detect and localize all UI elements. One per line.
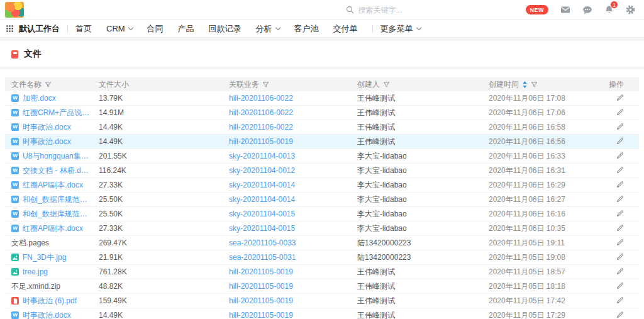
edit-icon[interactable] xyxy=(616,210,624,217)
nav-item-合同[interactable]: 合同 xyxy=(147,23,164,35)
bell-icon[interactable]: 1 xyxy=(604,5,614,14)
edit-icon[interactable] xyxy=(616,152,624,159)
image-file-icon xyxy=(11,254,19,261)
edit-icon[interactable] xyxy=(616,238,624,246)
column-header-create-time[interactable]: 创建时间 xyxy=(489,79,606,90)
edit-icon[interactable] xyxy=(616,282,624,289)
mail-icon[interactable] xyxy=(560,6,570,14)
edit-icon[interactable] xyxy=(616,253,624,260)
edit-icon[interactable] xyxy=(616,108,624,116)
workspace-title[interactable]: 默认工作台 xyxy=(19,23,60,35)
nav-item-分析[interactable]: 分析 xyxy=(256,23,280,35)
related-business-link[interactable]: sky-20201104-0015 xyxy=(229,224,357,233)
related-business-link[interactable]: hill-20201106-0022 xyxy=(229,123,357,132)
edit-icon[interactable] xyxy=(616,267,624,275)
column-label: 关联业务 xyxy=(229,79,259,90)
column-header-related-business[interactable]: 关联业务 xyxy=(229,79,357,90)
edit-icon[interactable] xyxy=(616,296,624,304)
table-row[interactable]: WU8与hongquan集成方案.docx201.55Ksky-20201104… xyxy=(5,149,639,164)
related-business-link[interactable]: hill-20201105-0019 xyxy=(229,311,357,319)
edit-icon[interactable] xyxy=(616,137,624,145)
edit-icon[interactable] xyxy=(616,181,624,188)
related-business-link[interactable]: hill-20201105-0019 xyxy=(229,137,357,146)
edit-icon[interactable] xyxy=(616,94,624,101)
table-row[interactable]: W加密.docx13.79Khill-20201106-0022王伟峰测试202… xyxy=(5,91,639,106)
related-business-link[interactable]: sky-20201104-0012 xyxy=(229,166,357,175)
creator: 王伟峰测试 xyxy=(357,296,489,306)
file-name-link[interactable]: 交接文档 - 林桥.docx xyxy=(23,165,91,176)
table-row[interactable]: W时事政治.docx14.49Khill-20201105-0019王伟峰测试2… xyxy=(5,308,639,319)
new-badge[interactable]: NEW xyxy=(526,5,549,14)
related-business-link[interactable]: sky-20201104-0014 xyxy=(229,181,357,189)
file-name-link[interactable]: 时事政治.docx xyxy=(23,122,71,133)
file-name-link[interactable]: 和创_数据库规范_20171124.doc xyxy=(23,194,91,205)
related-business-link[interactable]: hill-20201106-0022 xyxy=(229,108,357,117)
file-name-link[interactable]: U8与hongquan集成方案.docx xyxy=(23,151,91,162)
global-search[interactable] xyxy=(346,6,452,14)
nav-item-label: 首页 xyxy=(75,23,92,35)
related-business-link[interactable]: hill-20201105-0019 xyxy=(229,296,357,305)
gear-icon[interactable] xyxy=(626,5,635,14)
related-business-link[interactable]: hill-20201105-0019 xyxy=(229,267,357,276)
chat-icon[interactable] xyxy=(582,6,592,14)
related-business-link[interactable]: hill-20201106-0022 xyxy=(229,94,357,103)
filter-icon[interactable] xyxy=(531,81,538,88)
table-row[interactable]: 不足.xmind.zip48.82Khill-20201105-0019王伟峰测… xyxy=(5,279,639,294)
create-time: 2020年11月05日 17:29 xyxy=(489,310,606,319)
file-name-link[interactable]: 时事政治 (6).pdf xyxy=(23,296,77,306)
creator: 李大宝-lidabao xyxy=(357,223,489,234)
file-name-link[interactable]: tree.jpg xyxy=(23,267,48,276)
word-file-icon: W xyxy=(11,196,19,203)
edit-icon[interactable] xyxy=(616,224,624,232)
table-row[interactable]: W红圈API副本.docx27.33Ksky-20201104-0014李大宝-… xyxy=(5,178,639,193)
table-row[interactable]: W和创_数据库规范_20171124.doc25.50Ksky-20201104… xyxy=(5,207,639,221)
create-time: 2020年11月05日 19:11 xyxy=(489,238,606,249)
apps-grid-icon[interactable] xyxy=(6,25,13,32)
related-business-link[interactable]: sky-20201104-0015 xyxy=(229,210,357,218)
filter-icon[interactable] xyxy=(45,81,52,88)
page-header: 文件 xyxy=(0,41,644,67)
table-row[interactable]: W交接文档 - 林桥.docx116.24Ksky-20201104-0012李… xyxy=(5,164,639,178)
edit-icon[interactable] xyxy=(616,195,624,203)
nav-item-CRM[interactable]: CRM xyxy=(106,24,133,33)
nav-item-产品[interactable]: 产品 xyxy=(178,23,194,35)
edit-icon[interactable] xyxy=(616,123,624,130)
table-row[interactable]: W时事政治.docx14.49Khill-20201105-0019王伟峰测试2… xyxy=(5,135,639,149)
file-name-link[interactable]: 时事政治.docx xyxy=(23,310,71,319)
table-row[interactable]: tree.jpg761.28Khill-20201105-0019王伟峰测试20… xyxy=(5,265,639,279)
nav-item-回款记录[interactable]: 回款记录 xyxy=(209,23,242,35)
edit-icon[interactable] xyxy=(616,166,624,174)
sort-icon[interactable] xyxy=(522,81,528,89)
file-name-link[interactable]: 红圈API副本.docx xyxy=(23,180,83,191)
related-business-link[interactable]: sea-20201105-0033 xyxy=(229,238,357,247)
table-row[interactable]: 时事政治 (6).pdf159.49Khill-20201105-0019王伟峰… xyxy=(5,294,639,308)
edit-icon[interactable] xyxy=(616,311,624,318)
nav-item-首页[interactable]: 首页 xyxy=(75,23,92,35)
column-header-file-name[interactable]: 文件名称 xyxy=(11,79,99,90)
file-name-link[interactable]: FN_3D牛.jpg xyxy=(23,252,66,263)
related-business-link[interactable]: hill-20201105-0019 xyxy=(229,282,357,291)
column-header-creator[interactable]: 创建人 xyxy=(357,79,489,90)
table-row[interactable]: W红圈CRM+产品说明201901_前端...14.91Mhill-202011… xyxy=(5,106,639,120)
file-name-link[interactable]: 和创_数据库规范_20171124.doc xyxy=(23,209,91,220)
related-business-link[interactable]: sea-20201105-0031 xyxy=(229,253,357,262)
word-file-icon: W xyxy=(11,210,19,218)
file-name-link[interactable]: 红圈API副本.docx xyxy=(23,223,83,234)
filter-icon[interactable] xyxy=(383,81,390,88)
nav-item-客户池[interactable]: 客户池 xyxy=(294,23,319,35)
app-logo[interactable] xyxy=(5,2,24,18)
table-row[interactable]: W红圈API副本.docx27.33Ksky-20201104-0015李大宝-… xyxy=(5,221,639,236)
filter-icon[interactable] xyxy=(262,81,269,88)
nav-item-more-menu[interactable]: 更多菜单 xyxy=(380,23,421,35)
table-row[interactable]: W时事政治.docx14.49Khill-20201106-0022王伟峰测试2… xyxy=(5,120,639,135)
related-business-link[interactable]: sky-20201104-0013 xyxy=(229,152,357,160)
file-name-link[interactable]: 时事政治.docx xyxy=(23,137,71,147)
table-row[interactable]: FN_3D牛.jpg21.91Ksea-20201105-0031陆134200… xyxy=(5,250,639,265)
file-name-link[interactable]: 红圈CRM+产品说明201901_前端... xyxy=(23,108,91,118)
table-row[interactable]: 文档.pages269.47Ksea-20201105-0033陆1342000… xyxy=(5,236,639,250)
search-input[interactable] xyxy=(358,6,440,14)
nav-item-交付单[interactable]: 交付单 xyxy=(333,23,358,35)
file-name-link[interactable]: 加密.docx xyxy=(23,93,56,104)
related-business-link[interactable]: sky-20201104-0014 xyxy=(229,195,357,204)
table-row[interactable]: W和创_数据库规范_20171124.doc25.50Ksky-20201104… xyxy=(5,193,639,207)
